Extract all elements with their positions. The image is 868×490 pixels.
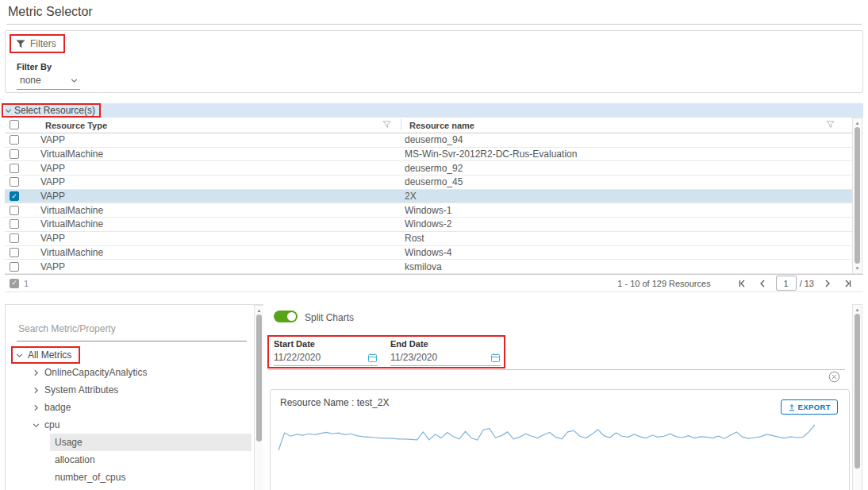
resource-table-header: Resource Type Resource name — [5, 118, 863, 133]
tree-item-number-of-cpus[interactable]: number_of_cpus — [50, 469, 252, 486]
tree-item-label: badge — [44, 402, 71, 413]
chart-panel-scrollbar[interactable]: ▲ — [852, 304, 862, 490]
chevron-down-icon — [4, 106, 13, 115]
column-separator — [401, 119, 401, 130]
row-checkbox[interactable] — [10, 149, 19, 159]
tree-item-label: System Attributes — [44, 384, 118, 395]
scroll-down-icon[interactable]: ▼ — [853, 264, 862, 272]
tree-item-label: number_of_cpus — [55, 472, 125, 483]
export-button[interactable]: EXPORT — [781, 399, 838, 415]
type-column-filter-icon[interactable] — [382, 121, 391, 129]
row-checkbox[interactable] — [10, 219, 19, 229]
tree-item-label: OnlineCapacityAnalytics — [44, 367, 147, 378]
resource-name-cell: deusermo_45 — [405, 176, 852, 187]
tree-item-label: Usage — [55, 437, 83, 448]
table-row[interactable]: VAPP ksmilova — [5, 260, 852, 274]
row-checkbox[interactable] — [10, 262, 19, 272]
resource-type-cell: VAPP — [40, 233, 405, 244]
col-header-resource-name: Resource name — [409, 121, 474, 130]
row-checkbox[interactable] — [10, 177, 19, 187]
table-row[interactable]: VirtualMachine MS-Win-Svr-2012R2-DC-Rus-… — [5, 148, 852, 162]
search-underline — [17, 341, 247, 341]
table-row[interactable]: VirtualMachine Windows-4 — [5, 246, 852, 260]
scrollbar-thumb[interactable] — [256, 314, 262, 442]
resource-type-cell: VirtualMachine — [40, 247, 405, 258]
previous-page-button[interactable] — [758, 279, 767, 288]
current-page-input[interactable] — [776, 276, 797, 291]
end-date-input[interactable] — [390, 352, 452, 363]
split-charts-toggle[interactable] — [274, 311, 298, 322]
tree-item-usage[interactable]: Usage — [50, 434, 252, 451]
scroll-up-icon[interactable]: ▲ — [255, 307, 263, 314]
name-column-filter-icon[interactable] — [826, 121, 835, 129]
filter-by-select[interactable]: none — [17, 74, 80, 90]
filters-header-label: Filters — [30, 38, 56, 49]
tree-item-label: All Metrics — [28, 349, 71, 361]
pagination-range-text: 1 - 10 of 129 Resources — [617, 279, 710, 288]
tree-item-cpu[interactable]: cpu — [6, 416, 252, 434]
start-date-group: Start Date — [274, 339, 378, 366]
table-row[interactable]: VAPP 2X — [5, 190, 852, 204]
resource-type-cell: VirtualMachine — [40, 205, 405, 216]
resource-name-cell: 2X — [405, 191, 852, 202]
resource-name-cell: deusermo_94 — [405, 134, 852, 145]
row-checkbox[interactable] — [10, 191, 19, 201]
export-label: EXPORT — [798, 403, 831, 411]
filter-by-label: Filter By — [17, 62, 52, 71]
select-all-checkbox[interactable] — [10, 120, 19, 129]
resource-type-cell: VAPP — [40, 134, 405, 145]
selected-count-checkbox-icon — [10, 279, 19, 288]
table-row[interactable]: VAPP deusermo_92 — [5, 161, 852, 176]
start-date-label: Start Date — [274, 339, 378, 349]
selected-count: 1 — [24, 279, 29, 288]
scroll-up-icon[interactable]: ▲ — [853, 306, 862, 314]
table-row[interactable]: VirtualMachine Windows-1 — [5, 203, 852, 218]
row-checkbox[interactable] — [10, 135, 19, 145]
close-chart-icon[interactable] — [828, 371, 840, 383]
resource-table-footer: 1 1 - 10 of 129 Resources / 13 — [5, 274, 863, 292]
table-row[interactable]: VAPP deusermo_45 — [5, 176, 852, 190]
row-checkbox[interactable] — [10, 233, 19, 243]
resource-name-cell: Windows-1 — [405, 205, 852, 216]
dates-divider — [268, 369, 845, 370]
metrics-panel: All MetricsOnlineCapacityAnalyticsSystem… — [5, 304, 265, 490]
tree-item-label: allocation — [55, 454, 95, 465]
tree-item-allocation[interactable]: allocation — [50, 451, 252, 469]
split-charts-label: Split Charts — [305, 312, 354, 323]
table-row[interactable]: VAPP Rost — [5, 232, 852, 246]
start-date-input[interactable] — [274, 352, 336, 363]
scroll-up-icon[interactable]: ▲ — [853, 119, 862, 127]
metric-chart-card: Resource Name : test_2X EXPORT — [270, 389, 850, 490]
row-checkbox[interactable] — [10, 206, 19, 215]
metric-selector-page: Metric Selector Filters Filter By none S… — [0, 0, 868, 490]
last-page-button[interactable] — [843, 279, 853, 288]
filters-header[interactable]: Filters — [10, 34, 65, 53]
table-row[interactable]: VAPP deusermo_94 — [5, 133, 852, 148]
total-pages-text: / 13 — [800, 279, 814, 288]
tree-item-all-metrics[interactable]: All Metrics — [6, 346, 252, 364]
first-page-button[interactable] — [737, 279, 747, 288]
next-page-button[interactable] — [823, 279, 832, 288]
tree-item-badge[interactable]: badge — [6, 399, 252, 416]
calendar-icon[interactable] — [367, 353, 378, 363]
tree-item-onlinecapacityanalytics[interactable]: OnlineCapacityAnalytics — [6, 364, 252, 381]
row-checkbox[interactable] — [10, 164, 19, 173]
resource-name-cell: deusermo_92 — [405, 163, 852, 174]
resource-type-cell: VAPP — [40, 191, 405, 202]
row-checkbox[interactable] — [10, 248, 19, 257]
calendar-icon[interactable] — [490, 353, 501, 363]
resource-type-cell: VirtualMachine — [40, 218, 405, 230]
resource-type-cell: VirtualMachine — [40, 149, 405, 160]
filter-by-value: none — [20, 75, 41, 86]
chart-title: Resource Name : test_2X — [280, 397, 389, 408]
tree-item-system-attributes[interactable]: System Attributes — [6, 381, 252, 399]
table-row[interactable]: VirtualMachine Windows-2 — [5, 218, 852, 232]
end-date-label: End Date — [390, 339, 501, 349]
select-resources-toggle[interactable]: Select Resource(s) — [2, 103, 101, 118]
scrollbar-thumb[interactable] — [855, 314, 860, 469]
metric-line — [278, 425, 815, 450]
scrollbar-thumb[interactable] — [855, 127, 860, 264]
search-metric-input[interactable] — [17, 322, 234, 335]
table-scrollbar[interactable]: ▲ ▼ — [852, 118, 862, 274]
resource-name-cell: Windows-4 — [405, 247, 852, 258]
